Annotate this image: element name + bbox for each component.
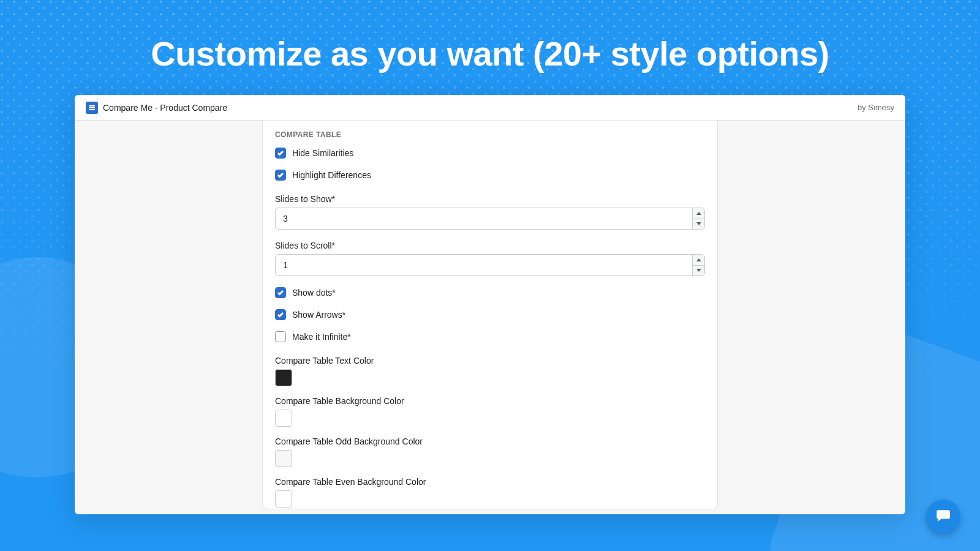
even-bg-color-label: Compare Table Even Background Color — [275, 477, 705, 487]
text-color-group: Compare Table Text Color — [275, 356, 705, 386]
checkbox-icon — [275, 331, 286, 342]
settings-panel: COMPARE TABLE Hide Similarities Highligh… — [262, 121, 718, 509]
checkbox-icon — [275, 148, 286, 159]
checkbox-icon — [275, 309, 286, 320]
topbar-left: Compare Me - Product Compare — [86, 102, 227, 114]
bg-color-label: Compare Table Background Color — [275, 396, 705, 406]
checkbox-label: Show dots* — [292, 288, 336, 298]
even-bg-color-swatch[interactable] — [275, 490, 292, 508]
stepper-up-button[interactable] — [693, 208, 704, 219]
slides-to-show-stepper — [692, 208, 704, 229]
slides-to-show-value: 3 — [276, 208, 692, 229]
slides-to-scroll-label: Slides to Scroll* — [275, 241, 705, 250]
even-bg-color-group: Compare Table Even Background Color — [275, 477, 705, 508]
odd-bg-color-swatch[interactable] — [275, 450, 292, 467]
app-logo-icon — [86, 102, 98, 114]
odd-bg-color-group: Compare Table Odd Background Color — [275, 437, 705, 467]
stepper-down-button[interactable] — [693, 266, 704, 276]
slides-to-show-label: Slides to Show* — [275, 194, 705, 204]
checkbox-show-arrows[interactable]: Show Arrows* — [275, 309, 705, 320]
page-headline: Customize as you want (20+ style options… — [0, 0, 980, 73]
checkbox-label: Make it Infinite* — [292, 332, 351, 342]
stepper-up-button[interactable] — [693, 255, 704, 266]
slides-to-show-field[interactable]: 3 — [275, 208, 705, 230]
slides-to-scroll-field[interactable]: 1 — [275, 254, 705, 276]
app-window: Compare Me - Product Compare by Simesy C… — [75, 95, 905, 514]
chat-fab[interactable] — [926, 500, 960, 534]
slides-to-scroll-stepper — [692, 255, 704, 276]
checkbox-make-infinite[interactable]: Make it Infinite* — [275, 331, 705, 342]
app-topbar: Compare Me - Product Compare by Simesy — [75, 95, 905, 121]
checkbox-icon — [275, 170, 286, 181]
checkbox-highlight-differences[interactable]: Highlight Differences — [275, 170, 705, 181]
app-byline: by Simesy — [858, 103, 894, 112]
bg-color-group: Compare Table Background Color — [275, 396, 705, 427]
checkbox-label: Hide Similarities — [292, 148, 353, 158]
checkbox-show-dots[interactable]: Show dots* — [275, 287, 705, 298]
checkbox-label: Show Arrows* — [292, 310, 345, 320]
slides-to-scroll-value: 1 — [276, 255, 692, 276]
text-color-swatch[interactable] — [275, 369, 292, 386]
checkbox-hide-similarities[interactable]: Hide Similarities — [275, 148, 705, 159]
checkbox-icon — [275, 287, 286, 298]
bg-color-swatch[interactable] — [275, 410, 292, 427]
odd-bg-color-label: Compare Table Odd Background Color — [275, 437, 705, 446]
panel-wrap: COMPARE TABLE Hide Similarities Highligh… — [75, 121, 905, 514]
checkbox-label: Highlight Differences — [292, 170, 371, 180]
app-title: Compare Me - Product Compare — [103, 103, 227, 113]
text-color-label: Compare Table Text Color — [275, 356, 705, 365]
stepper-down-button[interactable] — [693, 219, 704, 230]
chat-icon — [935, 508, 951, 526]
section-title: COMPARE TABLE — [275, 130, 705, 139]
